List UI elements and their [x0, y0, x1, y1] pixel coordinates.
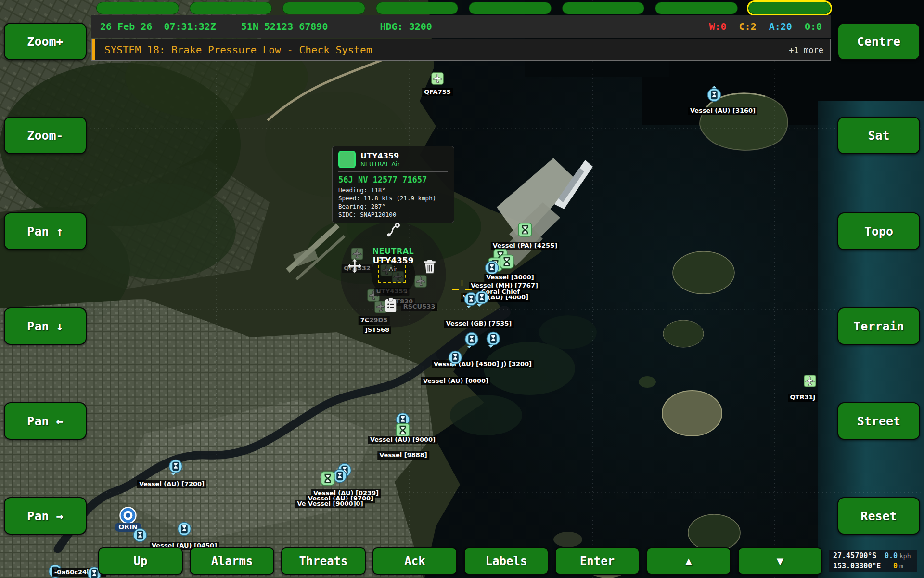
vessel-track-friendly[interactable] [448, 350, 462, 365]
vessel-track-friendly[interactable] [464, 332, 479, 346]
zoom-in-button[interactable]: Zoom+ [4, 23, 87, 60]
advisories-counter: A:20 [769, 21, 792, 32]
vessel-neutral-icon [518, 223, 532, 237]
map-range-segment-3[interactable] [282, 2, 365, 14]
heading-pointer-icon [171, 473, 176, 478]
heading-pointer-icon [477, 304, 482, 309]
report-action-icon[interactable] [382, 296, 399, 314]
popup-callsign: UTY4359 [360, 152, 400, 160]
pan-left-button[interactable]: Pan ← [4, 402, 87, 440]
popup-divider [338, 171, 448, 172]
aircraft-track[interactable] [431, 72, 444, 85]
track-label: QFA755 [422, 88, 453, 96]
aircraft-icon [431, 72, 444, 85]
street-layer-button[interactable]: Street [837, 402, 920, 440]
topo-layer-button[interactable]: Topo [837, 212, 920, 250]
radial-callsign: UTY4359 [355, 256, 432, 265]
vessel-friendly-icon [168, 459, 183, 473]
radial-classification: NEUTRAL [355, 247, 432, 256]
alarms-button[interactable]: Alarms [190, 547, 274, 575]
centre-button[interactable]: Centre [837, 23, 920, 60]
map-range-segment-8[interactable] [748, 2, 831, 14]
labels-button[interactable]: Labels [464, 547, 549, 575]
popup-speed: Speed: 11.8 kts (21.9 kmph) [338, 194, 448, 202]
vessel-track-neutral[interactable] [396, 423, 410, 437]
up-button[interactable]: Up [98, 547, 183, 575]
heading-pointer-icon [467, 346, 472, 351]
alert-counters: W:0C:2A:20O:0 [709, 21, 822, 32]
pan-right-button[interactable]: Pan → [4, 497, 87, 535]
speed-unit: kph [899, 552, 913, 561]
track-label: Ve Vessel [9000]0] [295, 500, 365, 508]
heading-pointer-icon [488, 345, 493, 350]
map-range-segment-6[interactable] [562, 2, 645, 14]
vessel-friendly-icon [133, 528, 147, 542]
map-range-segment-5[interactable] [469, 2, 552, 14]
zoom-out-button[interactable]: Zoom- [4, 117, 87, 154]
vessel-track-friendly[interactable] [485, 261, 499, 275]
vessel-track-friendly[interactable] [707, 88, 721, 102]
vessel-neutral-icon [321, 471, 335, 486]
track-label: JST568 [363, 326, 391, 334]
vessel-neutral-icon [500, 254, 514, 269]
track-info-popup: UTY4359 NEUTRAL Air 56J NV 12577 71657 H… [332, 146, 454, 223]
vessel-track-neutral[interactable] [321, 471, 335, 486]
neutral-track-icon [338, 151, 356, 168]
vessel-friendly-icon [475, 290, 489, 305]
longitude-value: 153.03300°E [833, 561, 881, 571]
map-range-segment-2[interactable] [190, 2, 272, 14]
orin-waypoint-marker[interactable]: ORIN [119, 507, 137, 524]
vessel-friendly-icon [464, 332, 479, 346]
scroll-down-button[interactable]: ▼ [738, 547, 822, 575]
route-action-icon[interactable] [385, 222, 402, 239]
threats-button[interactable]: Threats [281, 547, 366, 575]
vessel-track-friendly[interactable] [177, 522, 192, 536]
hook-crosshair-icon [451, 278, 473, 301]
tactical-map-console: QFA755QTR31JQFA5327C29D5JST568JST820RSCU… [0, 0, 924, 578]
scroll-up-button[interactable]: ▲ [646, 547, 731, 575]
track-label: Vessel [3000] [484, 274, 536, 282]
status-heading: HDG: 3200 [380, 21, 432, 32]
popup-bearing: Bearing: 287° [338, 202, 448, 210]
map-range-segment-4[interactable] [376, 2, 459, 14]
aircraft-icon [804, 375, 816, 387]
vessel-track-neutral[interactable] [500, 254, 514, 269]
vessel-track-friendly[interactable] [486, 331, 500, 346]
vessel-friendly-icon [486, 331, 500, 346]
altitude-value: 0 [893, 561, 898, 571]
track-label: Vessel (AU) [0000] [421, 377, 490, 385]
track-label: Vessel (AU) [7200] [137, 480, 206, 488]
popup-sidc: SIDC: SNAP120100----- [338, 210, 448, 219]
popup-grid-reference: 56J NV 12577 71657 [338, 175, 448, 184]
cursor-position-readout: 27.45700°S 0.0kph 153.03300°E 0m [829, 550, 917, 572]
track-label: Vessel (AU) [9000] [368, 436, 437, 444]
ack-button[interactable]: Ack [372, 547, 457, 575]
cautions-counter: C:2 [739, 21, 757, 32]
aircraft-track[interactable] [804, 375, 816, 387]
vessel-track-friendly[interactable] [475, 290, 489, 305]
alert-severity-stripe [92, 39, 95, 60]
sat-layer-button[interactable]: Sat [837, 117, 920, 154]
reset-button[interactable]: Reset [837, 497, 920, 535]
latitude-value: 27.45700°S [833, 551, 876, 561]
heading-pointer-icon [712, 83, 717, 88]
pan-down-button[interactable]: Pan ↓ [4, 307, 87, 345]
vessel-track-friendly[interactable] [133, 528, 147, 542]
enter-button[interactable]: Enter [555, 547, 640, 575]
track-label: Vessel (AU) [4500] J) [3200] [432, 360, 534, 368]
pan-up-button[interactable]: Pan ↑ [4, 212, 87, 250]
map-range-segment-1[interactable] [96, 2, 179, 14]
vessel-track-friendly[interactable] [168, 459, 183, 473]
vessel-friendly-icon [448, 350, 462, 365]
alert-bar[interactable]: SYSTEM 18: Brake Pressure Low - Check Sy… [91, 39, 831, 61]
popup-heading: Heading: 118° [338, 186, 448, 194]
vessel-friendly-icon [485, 261, 499, 275]
terrain-layer-button[interactable]: Terrain [837, 307, 920, 345]
orin-bullseye-icon [119, 507, 137, 524]
vessel-track-neutral[interactable] [518, 223, 532, 237]
status-datetime: 26 Feb 26 07:31:32Z [100, 21, 216, 32]
vessel-friendly-icon [177, 522, 192, 536]
map-range-segment-7[interactable] [655, 2, 738, 14]
vessel-friendly-icon [707, 88, 721, 102]
track-label: QTR31J [788, 394, 818, 402]
